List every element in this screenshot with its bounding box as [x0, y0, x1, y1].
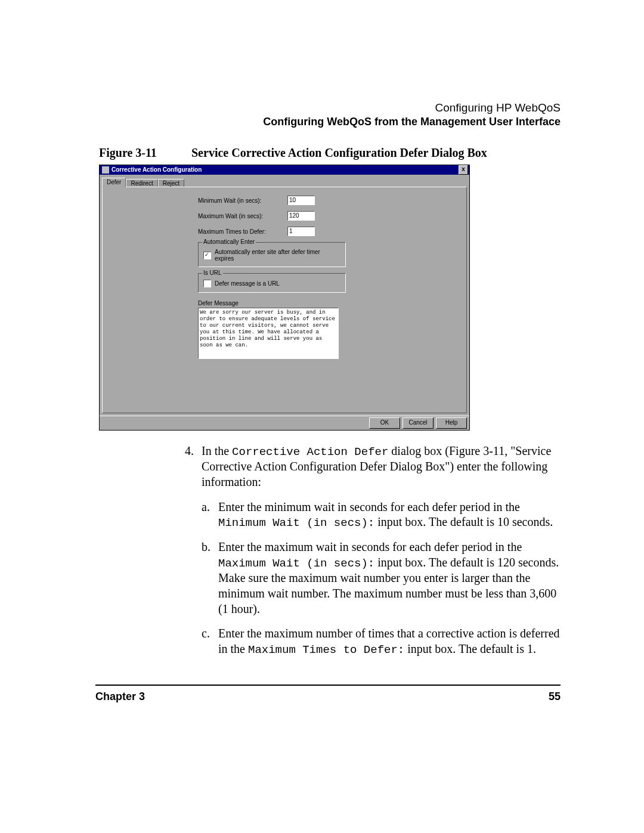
tab-panel-defer: Minimum Wait (in secs): 10 Maximum Wait …: [102, 187, 467, 413]
is-url-checkbox[interactable]: [203, 280, 211, 287]
defer-message-label: Defer Message: [198, 300, 459, 306]
ok-button[interactable]: OK: [369, 417, 400, 429]
min-wait-label: Minimum Wait (in secs):: [198, 197, 281, 204]
tab-redirect[interactable]: Redirect: [126, 179, 157, 187]
figure-number: Figure 3-11: [99, 146, 188, 160]
is-url-group: Is URL Defer message is a URL: [198, 273, 346, 293]
dialog-tabs: Defer Redirect Reject: [102, 177, 467, 187]
max-wait-input[interactable]: 120: [287, 211, 315, 221]
page-footer: Chapter 3 55: [95, 690, 561, 703]
auto-enter-legend: Automatically Enter: [202, 239, 256, 245]
step-a-code: Minimum Wait (in secs):: [218, 516, 374, 529]
min-wait-input[interactable]: 10: [287, 196, 315, 205]
dialog-title: Corrective Action Configuration: [112, 165, 202, 175]
footer-rule: [95, 685, 561, 686]
list-marker-a: a.: [202, 500, 218, 531]
step-a-lead: Enter the minimum wait in seconds for ea…: [218, 500, 520, 513]
dialog-titlebar: Corrective Action Configuration x: [100, 165, 469, 175]
max-wait-label: Maximum Wait (in secs):: [198, 213, 281, 219]
figure-title: Service Corrective Action Configuration …: [191, 146, 487, 159]
step-b-lead: Enter the maximum wait in seconds for ea…: [218, 540, 522, 553]
header-subsection: Configuring WebQoS from the Management U…: [95, 116, 561, 128]
footer-page-number: 55: [549, 690, 561, 703]
step4-lead: In the: [202, 444, 232, 457]
step-c-code: Maximum Times to Defer:: [248, 643, 404, 657]
defer-message-textarea[interactable]: We are sorry our server is busy, and in …: [198, 308, 339, 359]
header-section: Configuring HP WebQoS: [95, 101, 561, 114]
max-times-label: Maximum Times to Defer:: [198, 228, 281, 235]
step4-code: Corrective Action Defer: [232, 445, 388, 459]
tab-defer[interactable]: Defer: [102, 178, 126, 187]
auto-enter-checkbox-label: Automatically enter site after defer tim…: [215, 249, 340, 262]
list-marker-b: b.: [202, 540, 218, 617]
page-header: Configuring HP WebQoS Configuring WebQoS…: [95, 101, 561, 128]
step-c-tail: input box. The default is 1.: [404, 642, 536, 655]
auto-enter-checkbox[interactable]: ✓: [203, 252, 211, 259]
list-marker-4: 4.: [185, 444, 202, 667]
help-button[interactable]: Help: [436, 417, 467, 429]
system-icon: [102, 166, 109, 174]
list-marker-c: c.: [202, 626, 218, 657]
close-button[interactable]: x: [459, 165, 468, 175]
figure-caption: Figure 3-11 Service Corrective Action Co…: [95, 146, 561, 160]
max-times-input[interactable]: 1: [287, 227, 315, 236]
tab-reject[interactable]: Reject: [158, 179, 184, 187]
footer-chapter: Chapter 3: [95, 690, 145, 703]
dialog-button-bar: OK Cancel Help: [100, 416, 469, 430]
auto-enter-group: Automatically Enter ✓ Automatically ente…: [198, 242, 346, 267]
cancel-button[interactable]: Cancel: [402, 417, 434, 429]
corrective-action-dialog: Corrective Action Configuration x Defer …: [99, 165, 470, 431]
step-a-tail: input box. The default is 10 seconds.: [374, 515, 553, 528]
step-b-code: Maximum Wait (in secs):: [218, 557, 374, 570]
is-url-legend: Is URL: [202, 270, 223, 276]
is-url-checkbox-label: Defer message is a URL: [215, 280, 280, 287]
instruction-text: 4. In the Corrective Action Defer dialog…: [95, 444, 561, 667]
